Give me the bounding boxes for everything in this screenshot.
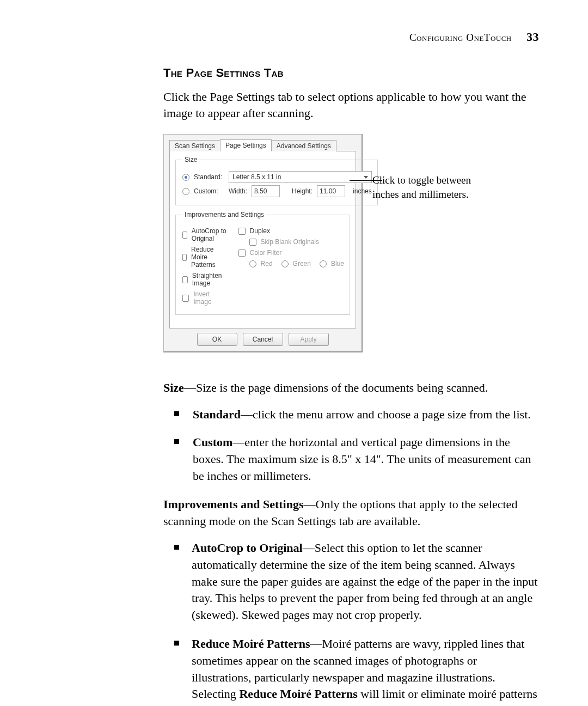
invert-label: Invert Image <box>193 290 227 306</box>
page-header: Configuring OneTouch 33 <box>163 30 539 44</box>
improvements-paragraph: Improvements and Settings—Only the optio… <box>163 496 539 530</box>
autocrop-checkbox[interactable] <box>182 232 187 239</box>
autocrop-label: AutoCrop to Original <box>192 227 228 242</box>
apply-button[interactable]: Apply <box>289 333 329 346</box>
chevron-down-icon <box>364 176 368 179</box>
moire-label: Reduce Moire Patterns <box>191 246 228 269</box>
tab-advanced-settings[interactable]: Advanced Settings <box>271 140 336 151</box>
blue-radio[interactable] <box>320 260 327 267</box>
color-filter-label: Color Filter <box>250 249 282 257</box>
width-input[interactable]: 8.50 <box>252 185 280 197</box>
blue-label: Blue <box>331 260 344 267</box>
custom-radio[interactable] <box>182 188 189 195</box>
color-filter-checkbox[interactable] <box>238 249 246 257</box>
tab-scan-settings[interactable]: Scan Settings <box>169 140 220 151</box>
red-radio[interactable] <box>249 260 256 267</box>
units-callout: Click to toggle between inches and milli… <box>372 134 498 201</box>
size-rest: —Size is the page dimensions of the docu… <box>184 381 488 394</box>
tab-strip: Scan Settings Page Settings Advanced Set… <box>164 135 362 151</box>
duplex-label: Duplex <box>250 227 270 235</box>
custom-rest: —enter the horizontal and vertical page … <box>193 435 531 483</box>
size-group: Size Standard: Letter 8.5 x 11 in Custom… <box>175 156 378 205</box>
invert-checkbox[interactable] <box>182 295 189 302</box>
standard-label: Standard: <box>194 173 224 181</box>
standard-bullet: Standard—click the menu arrow and choose… <box>184 406 539 423</box>
size-legend: Size <box>182 156 199 163</box>
page-title: The Page Settings Tab <box>163 66 539 80</box>
moire-lead: Reduce Moiré Patterns <box>192 637 310 650</box>
moire-bullet: Reduce Moiré Patterns—Moiré patterns are… <box>173 636 539 706</box>
header-page-number: 33 <box>526 30 539 44</box>
duplex-checkbox[interactable] <box>238 228 246 235</box>
page-settings-dialog: Scan Settings Page Settings Advanced Set… <box>163 134 363 352</box>
standard-size-dropdown[interactable]: Letter 8.5 x 11 in <box>229 171 372 183</box>
cancel-button[interactable]: Cancel <box>243 333 283 346</box>
moire-checkbox[interactable] <box>182 254 187 261</box>
custom-bullet: Custom—enter the horizontal and vertical… <box>184 434 539 484</box>
custom-label: Custom: <box>194 187 224 195</box>
width-label: Width: <box>229 187 247 195</box>
height-label: Height: <box>292 187 313 195</box>
units-toggle[interactable]: inches <box>353 187 372 195</box>
green-label: Green <box>293 260 311 267</box>
standard-radio[interactable] <box>182 174 189 181</box>
standard-rest: —click the menu arrow and choose a page … <box>241 407 531 421</box>
improvements-group: Improvements and Settings AutoCrop to Or… <box>175 211 350 315</box>
height-input[interactable]: 11.00 <box>317 185 345 197</box>
straighten-checkbox[interactable] <box>182 276 188 283</box>
tab-page-settings[interactable]: Page Settings <box>220 139 272 151</box>
autocrop-lead: AutoCrop to Original <box>192 541 303 555</box>
skip-blank-label: Skip Blank Originals <box>261 238 319 246</box>
green-radio[interactable] <box>281 260 289 267</box>
straighten-label: Straighten Image <box>192 272 228 287</box>
improve-lead: Improvements and Settings <box>163 497 304 511</box>
callout-leader-line <box>350 180 382 181</box>
ok-button[interactable]: OK <box>197 333 237 346</box>
callout-text: Click to toggle between inches and milli… <box>372 174 471 200</box>
moire-bold-inner: Reduce Moiré Patterns <box>239 687 357 701</box>
custom-lead: Custom <box>193 435 232 449</box>
red-label: Red <box>261 260 273 267</box>
standard-lead: Standard <box>193 407 241 421</box>
autocrop-bullet: AutoCrop to Original—Select this option … <box>173 540 539 624</box>
size-paragraph: Size—Size is the page dimensions of the … <box>163 380 539 397</box>
intro-paragraph: Click the Page Settings tab to select op… <box>163 89 539 121</box>
improvements-legend: Improvements and Settings <box>182 211 266 218</box>
header-section: Configuring OneTouch <box>409 32 512 43</box>
standard-size-value: Letter 8.5 x 11 in <box>232 173 281 181</box>
skip-blank-checkbox[interactable] <box>249 239 256 246</box>
size-lead: Size <box>163 381 184 394</box>
